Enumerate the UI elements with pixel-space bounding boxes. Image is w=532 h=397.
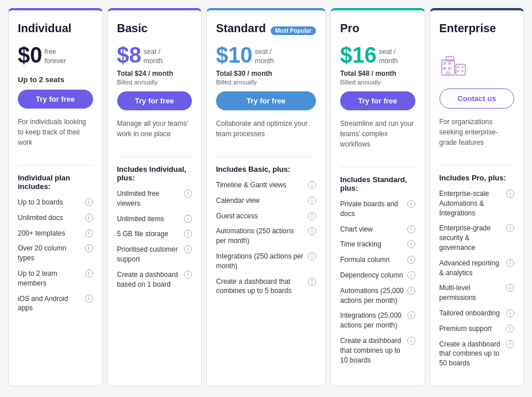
feature-text: Dependency column — [340, 271, 407, 280]
feature-text: Time tracking — [340, 240, 407, 249]
feature-list: Timeline & Gantt views i Calendar view i… — [216, 180, 316, 374]
plan-name-row: Individual — [18, 22, 93, 40]
info-icon[interactable]: i — [407, 287, 415, 295]
feature-item: Create a dashboard based on 1 board i — [117, 270, 192, 290]
feature-text: Up to 2 team members — [18, 269, 85, 288]
feature-list: Up to 3 boards i Unlimited docs i 200+ t… — [18, 198, 93, 374]
feature-item: Automations (250 actions per month) i — [216, 226, 316, 246]
plan-card-basic: Basic $8 seat /month Total $24 / monthBi… — [107, 8, 202, 386]
info-icon[interactable]: i — [184, 230, 192, 238]
plan-name: Pro — [340, 22, 359, 35]
info-icon[interactable]: i — [85, 244, 93, 252]
info-icon[interactable]: i — [184, 245, 192, 253]
feature-text: Integrations (250 actions per month) — [216, 252, 308, 271]
info-icon[interactable]: i — [407, 225, 415, 233]
info-icon[interactable]: i — [184, 215, 192, 223]
price-row: $10 seat /month — [216, 44, 316, 66]
total-billed: Total $30 / month — [216, 70, 316, 78]
info-icon[interactable]: i — [308, 212, 316, 220]
feature-text: Prioritised customer support — [117, 245, 184, 264]
info-icon[interactable]: i — [308, 277, 316, 286]
plan-name-row: Standard Most Popular — [216, 22, 316, 40]
info-icon[interactable]: i — [407, 256, 415, 264]
feature-text: Unlimited free viewers — [117, 189, 184, 209]
info-icon[interactable]: i — [308, 196, 316, 205]
feature-text: Unlimited items — [117, 214, 184, 224]
section-divider — [117, 156, 192, 157]
feature-text: Create a dashboard based on 1 board — [117, 270, 184, 290]
svg-rect-7 — [457, 66, 459, 68]
feature-item: Timeline & Gantt views i — [216, 180, 316, 190]
info-icon[interactable]: i — [85, 198, 93, 206]
info-icon[interactable]: i — [85, 214, 93, 222]
info-icon[interactable]: i — [506, 325, 514, 333]
feature-text: Enterprise-grade security & governance — [440, 223, 507, 252]
billed-note: Billed annually — [216, 79, 316, 86]
feature-item: Dependency column i — [340, 271, 415, 280]
info-icon[interactable]: i — [308, 181, 316, 189]
cta-button-pro[interactable]: Try for free — [340, 91, 415, 110]
info-icon[interactable]: i — [506, 309, 514, 317]
plan-name-row: Pro — [340, 22, 415, 40]
info-icon[interactable]: i — [85, 269, 93, 277]
plan-name: Basic — [117, 22, 148, 35]
svg-rect-4 — [448, 67, 451, 70]
svg-rect-1 — [443, 62, 446, 65]
feature-item: Over 20 column types i — [18, 244, 93, 263]
svg-rect-8 — [461, 66, 464, 68]
info-icon[interactable]: i — [506, 340, 514, 348]
feature-item: Multi-level permissions i — [440, 283, 515, 303]
feature-item: Unlimited free viewers i — [117, 189, 192, 209]
feature-text: 200+ templates — [18, 229, 85, 238]
cta-button-standard[interactable]: Try for free — [216, 91, 316, 110]
info-icon[interactable]: i — [407, 311, 415, 319]
info-icon[interactable]: i — [506, 259, 514, 267]
feature-item: Advanced reporting & analytics i — [440, 259, 515, 278]
cta-button-enterprise[interactable]: Contact us — [440, 88, 515, 109]
plan-description: For individuals looking to keep track of… — [18, 117, 93, 148]
pricing-grid: Individual $0 freeforever Up to 2 seatsT… — [6, 6, 526, 388]
info-icon[interactable]: i — [506, 284, 514, 292]
feature-text: 5 GB file storage — [117, 229, 184, 239]
feature-text: Guest access — [216, 211, 308, 221]
feature-list: Private boards and docs i Chart view i T… — [340, 199, 415, 374]
info-icon[interactable]: i — [85, 295, 93, 303]
total-billed: Total $24 / month — [117, 70, 192, 78]
info-icon[interactable]: i — [85, 229, 93, 237]
price-suffix: seat /month — [255, 48, 273, 65]
info-icon[interactable]: i — [184, 271, 192, 279]
info-icon[interactable]: i — [308, 252, 316, 260]
feature-item: Integrations (25,000 actions per month) … — [340, 311, 415, 330]
feature-text: Over 20 column types — [18, 244, 85, 263]
plan-card-standard: Standard Most Popular $10 seat /month To… — [206, 8, 326, 386]
feature-text: Integrations (25,000 actions per month) — [340, 311, 407, 330]
svg-rect-5 — [445, 71, 450, 75]
seats-note: Up to 2 seats — [18, 75, 93, 84]
feature-item: Up to 2 team members i — [18, 269, 93, 288]
plan-name: Enterprise — [440, 22, 496, 35]
section-divider — [216, 156, 316, 157]
feature-text: iOS and Android apps — [18, 294, 85, 314]
cta-button-basic[interactable]: Try for free — [117, 91, 192, 110]
svg-rect-2 — [448, 62, 451, 65]
info-icon[interactable]: i — [407, 240, 415, 248]
includes-title: Includes Basic, plus: — [216, 165, 316, 174]
feature-text: Multi-level permissions — [440, 283, 507, 303]
plan-description: Manage all your teams' work in one place — [117, 118, 192, 139]
includes-title: Includes Standard, plus: — [340, 175, 415, 192]
feature-item: Premium support i — [440, 324, 515, 334]
info-icon[interactable]: i — [407, 271, 415, 279]
price-row: $16 seat /month — [340, 44, 415, 66]
feature-item: 200+ templates i — [18, 229, 93, 238]
includes-title: Includes Individual, plus: — [117, 165, 192, 182]
info-icon[interactable]: i — [407, 200, 415, 208]
feature-text: Up to 3 boards — [18, 198, 85, 207]
feature-item: Unlimited docs i — [18, 213, 93, 223]
info-icon[interactable]: i — [308, 227, 316, 235]
info-icon[interactable]: i — [506, 190, 514, 198]
info-icon[interactable]: i — [407, 337, 415, 345]
info-icon[interactable]: i — [184, 190, 192, 198]
enterprise-icon — [440, 50, 515, 80]
cta-button-individual[interactable]: Try for free — [18, 90, 93, 109]
info-icon[interactable]: i — [506, 224, 514, 232]
